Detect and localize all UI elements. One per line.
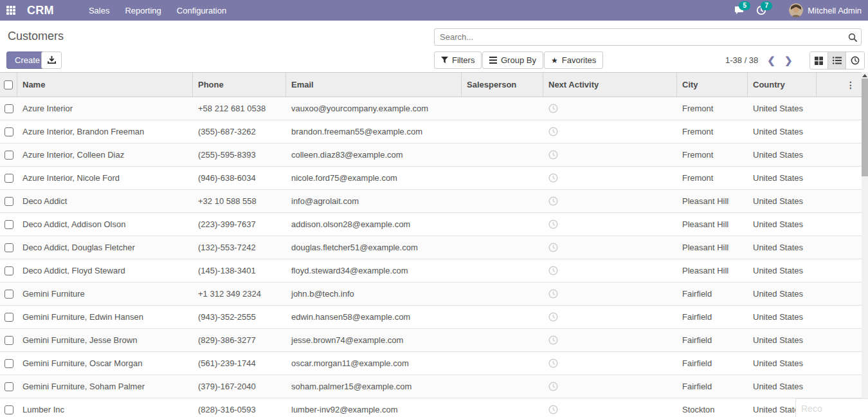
cell-next-activity[interactable]	[543, 352, 677, 375]
row-checkbox[interactable]	[5, 127, 14, 136]
cell-salesperson[interactable]	[462, 283, 543, 305]
cell-phone[interactable]: (829)-386-3277	[193, 329, 286, 351]
cell-email[interactable]: douglas.fletcher51@example.com	[286, 236, 462, 259]
cell-salesperson[interactable]	[462, 352, 543, 375]
cell-name[interactable]: Deco Addict, Douglas Fletcher	[17, 236, 193, 259]
cell-salesperson[interactable]	[462, 167, 543, 189]
cell-city[interactable]: Pleasant Hill	[677, 236, 748, 259]
cell-email[interactable]: lumber-inv92@example.com	[286, 398, 462, 417]
export-button[interactable]	[41, 51, 62, 69]
cell-next-activity[interactable]	[543, 144, 677, 166]
apps-menu-button[interactable]	[0, 0, 22, 21]
row-checkbox[interactable]	[5, 290, 14, 299]
cell-salesperson[interactable]	[462, 236, 543, 259]
cell-city[interactable]: Fairfield	[677, 375, 748, 398]
select-all-checkbox[interactable]	[4, 80, 13, 89]
table-row[interactable]: Deco Addict, Addison Olson (223)-399-763…	[0, 213, 862, 236]
cell-country[interactable]: United States	[748, 375, 817, 398]
cell-country[interactable]: United States	[748, 283, 817, 305]
cell-country[interactable]: United States	[748, 329, 817, 351]
cell-city[interactable]: Pleasant Hill	[677, 190, 748, 212]
cell-name[interactable]: Gemini Furniture, Jesse Brown	[17, 329, 193, 351]
optional-columns-icon[interactable]: ⋮	[846, 82, 856, 88]
cell-email[interactable]: vauxoo@yourcompany.example.com	[286, 97, 462, 120]
cell-next-activity[interactable]	[543, 283, 677, 305]
cell-next-activity[interactable]	[543, 120, 677, 143]
pager-next-button[interactable]: ❯	[784, 51, 793, 69]
cell-phone[interactable]: (946)-638-6034	[193, 167, 286, 189]
cell-city[interactable]: Stockton	[677, 398, 748, 417]
cell-city[interactable]: Fairfield	[677, 283, 748, 305]
row-checkbox[interactable]	[5, 197, 14, 206]
row-checkbox[interactable]	[5, 382, 14, 391]
column-header-city[interactable]: City	[677, 73, 748, 97]
table-row[interactable]: Azure Interior, Colleen Diaz (255)-595-8…	[0, 144, 862, 167]
cell-next-activity[interactable]	[543, 375, 677, 398]
cell-salesperson[interactable]	[462, 398, 543, 417]
favorites-button[interactable]: ★ Favorites	[544, 51, 603, 69]
cell-name[interactable]: Azure Interior, Brandon Freeman	[17, 120, 193, 143]
cell-name[interactable]: Deco Addict	[17, 190, 193, 212]
cell-name[interactable]: Gemini Furniture, Edwin Hansen	[17, 306, 193, 328]
cell-city[interactable]: Fairfield	[677, 352, 748, 375]
table-row[interactable]: Lumber Inc (828)-316-0593 lumber-inv92@e…	[0, 398, 862, 417]
menu-configuration[interactable]: Configuration	[169, 0, 234, 21]
cell-name[interactable]: Deco Addict, Addison Olson	[17, 213, 193, 236]
table-row[interactable]: Deco Addict, Douglas Fletcher (132)-553-…	[0, 236, 862, 259]
cell-city[interactable]: Fairfield	[677, 329, 748, 351]
cell-phone[interactable]: (355)-687-3262	[193, 120, 286, 143]
cell-next-activity[interactable]	[543, 236, 677, 259]
table-row[interactable]: Gemini Furniture, Soham Palmer (379)-167…	[0, 375, 862, 398]
table-row[interactable]: Deco Addict, Floyd Steward (145)-138-340…	[0, 259, 862, 283]
cell-country[interactable]: United States	[748, 144, 817, 166]
cell-email[interactable]: edwin.hansen58@example.com	[286, 306, 462, 328]
cell-phone[interactable]: +1 312 349 2324	[193, 283, 286, 305]
cell-phone[interactable]: (145)-138-3401	[193, 259, 286, 282]
menu-sales[interactable]: Sales	[81, 0, 118, 21]
user-menu[interactable]: Mitchell Admin	[772, 3, 868, 17]
cell-phone[interactable]: (828)-316-0593	[193, 398, 286, 417]
activities-button[interactable]: 7	[750, 0, 772, 21]
search-input[interactable]	[435, 32, 844, 42]
cell-email[interactable]: nicole.ford75@example.com	[286, 167, 462, 189]
cell-name[interactable]: Azure Interior, Colleen Diaz	[17, 144, 193, 166]
cell-name[interactable]: Azure Interior	[17, 97, 193, 120]
cell-email[interactable]: colleen.diaz83@example.com	[286, 144, 462, 166]
cell-email[interactable]: info@agrolait.com	[286, 190, 462, 212]
cell-country[interactable]: United States	[748, 190, 817, 212]
cell-name[interactable]: Gemini Furniture	[17, 283, 193, 305]
vertical-scrollbar[interactable]	[862, 72, 868, 417]
filters-button[interactable]: Filters	[434, 51, 482, 69]
cell-email[interactable]: john.b@tech.info	[286, 283, 462, 305]
cell-phone[interactable]: +32 10 588 558	[193, 190, 286, 212]
cell-salesperson[interactable]	[462, 190, 543, 212]
cell-city[interactable]: Pleasant Hill	[677, 213, 748, 236]
cell-phone[interactable]: (255)-595-8393	[193, 144, 286, 166]
row-checkbox[interactable]	[5, 174, 14, 183]
row-checkbox[interactable]	[5, 336, 14, 345]
cell-email[interactable]: brandon.freeman55@example.com	[286, 120, 462, 143]
menu-reporting[interactable]: Reporting	[117, 0, 168, 21]
cell-salesperson[interactable]	[462, 306, 543, 328]
cell-country[interactable]: United States	[748, 213, 817, 236]
cell-next-activity[interactable]	[543, 190, 677, 212]
cell-next-activity[interactable]	[543, 167, 677, 189]
cell-country[interactable]: United States	[748, 167, 817, 189]
cell-email[interactable]: jesse.brown74@example.com	[286, 329, 462, 351]
cell-next-activity[interactable]	[543, 306, 677, 328]
table-row[interactable]: Azure Interior +58 212 681 0538 vauxoo@y…	[0, 97, 862, 120]
table-row[interactable]: Gemini Furniture, Jesse Brown (829)-386-…	[0, 329, 862, 352]
column-header-salesperson[interactable]: Salesperson	[462, 73, 543, 97]
cell-country[interactable]: United States	[748, 306, 817, 328]
cell-phone[interactable]: (561)-239-1744	[193, 352, 286, 375]
cell-email[interactable]: oscar.morgan11@example.com	[286, 352, 462, 375]
cell-next-activity[interactable]	[543, 97, 677, 120]
cell-city[interactable]: Fremont	[677, 120, 748, 143]
table-row[interactable]: Gemini Furniture +1 312 349 2324 john.b@…	[0, 283, 862, 306]
cell-country[interactable]: United States	[748, 120, 817, 143]
cell-name[interactable]: Lumber Inc	[17, 398, 193, 417]
cell-email[interactable]: floyd.steward34@example.com	[286, 259, 462, 282]
table-row[interactable]: Azure Interior, Nicole Ford (946)-638-60…	[0, 167, 862, 190]
cell-salesperson[interactable]	[462, 120, 543, 143]
cell-next-activity[interactable]	[543, 398, 677, 417]
